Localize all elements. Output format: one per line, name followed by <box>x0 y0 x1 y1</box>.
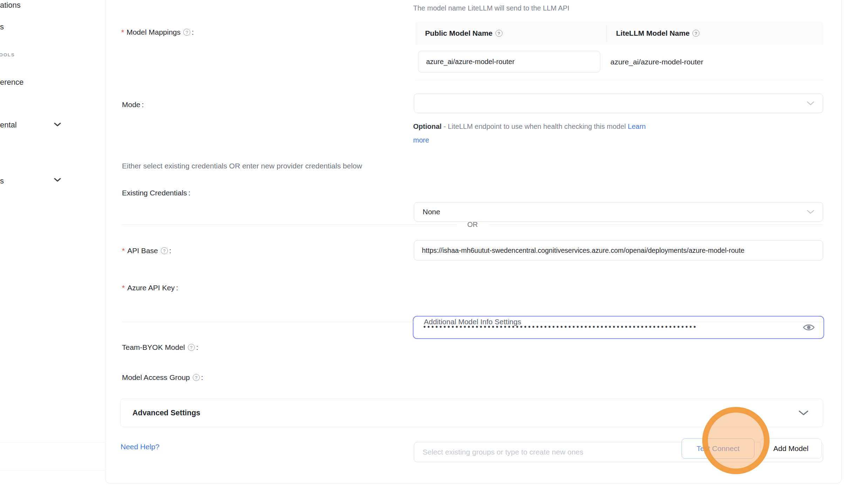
help-icon[interactable]: ? <box>495 30 503 37</box>
model-access-group-placeholder: Select existing groups or type to create… <box>423 448 583 456</box>
chevron-down-icon[interactable] <box>54 123 61 127</box>
api-base-cell <box>414 240 823 261</box>
existing-credentials-value: None <box>423 208 440 216</box>
sidebar-item-truncated-5[interactable]: s <box>0 176 4 186</box>
litellm-model-name-value: azure_ai/azure-model-router <box>610 58 703 66</box>
add-model-form-card: The model name LiteLLM will send to the … <box>105 0 842 484</box>
column-header-litellm-model-name: LiteLLM Model Name ? <box>606 22 823 45</box>
help-icon[interactable]: ? <box>188 344 195 351</box>
sidebar-section-tools: TOOLS <box>0 52 15 57</box>
select-arrow-icon <box>807 210 814 214</box>
sidebar-item-truncated-3[interactable]: erence <box>0 78 23 87</box>
learn-more-link[interactable]: more <box>413 136 429 144</box>
sidebar-item-truncated-2[interactable]: s <box>0 22 4 32</box>
add-model-button[interactable]: Add Model <box>760 438 822 459</box>
team-byok-label: Team-BYOK Model ? : <box>122 343 198 352</box>
additional-info-divider: Additional Model Info Settings <box>122 318 823 326</box>
select-arrow-icon <box>807 101 814 105</box>
public-model-name-cell <box>418 51 600 72</box>
sidebar-item-truncated-1[interactable]: ations <box>0 1 21 10</box>
help-icon[interactable]: ? <box>161 247 168 254</box>
existing-credentials-select[interactable]: None <box>414 202 823 222</box>
help-icon[interactable]: ? <box>183 29 190 36</box>
model-mappings-label: * Model Mappings ? : <box>121 28 194 36</box>
sidebar: ations s TOOLS erence ental s <box>0 0 105 485</box>
or-divider: OR <box>122 221 823 229</box>
help-icon[interactable]: ? <box>692 30 699 37</box>
required-asterisk: * <box>122 284 125 292</box>
sidebar-item-truncated-4[interactable]: ental <box>0 120 17 130</box>
learn-more-link[interactable]: Learn <box>628 123 646 130</box>
help-icon[interactable]: ? <box>193 374 200 381</box>
public-model-name-input[interactable] <box>418 51 600 72</box>
advanced-settings-title: Advanced Settings <box>132 409 798 417</box>
sidebar-divider <box>0 442 105 443</box>
required-asterisk: * <box>122 247 125 255</box>
test-connect-button[interactable]: Test Connect <box>682 438 754 459</box>
mode-label: Mode : <box>122 101 144 109</box>
azure-api-key-label: * Azure API Key : <box>122 284 178 292</box>
model-access-group-label: Model Access Group ? : <box>122 373 203 382</box>
mode-hint: Optional - LiteLLM endpoint to use when … <box>413 120 704 147</box>
credentials-note: Either select existing credentials OR en… <box>122 162 362 170</box>
api-base-input[interactable] <box>414 240 823 261</box>
add-model-page: ations s TOOLS erence ental s The model … <box>0 0 868 485</box>
required-asterisk: * <box>121 28 124 36</box>
chevron-down-icon[interactable] <box>54 178 61 182</box>
sidebar-divider <box>0 470 105 471</box>
mode-select[interactable] <box>414 93 823 113</box>
chevron-down-icon <box>798 410 809 416</box>
advanced-settings-panel[interactable]: Advanced Settings <box>120 399 823 427</box>
existing-credentials-label: Existing Credentials : <box>122 189 190 197</box>
api-base-label: * API Base ? : <box>122 247 171 255</box>
need-help-link[interactable]: Need Help? <box>121 443 159 451</box>
model-name-helper-text: The model name LiteLLM will send to the … <box>413 4 569 12</box>
model-mappings-table-header: Public Model Name ? LiteLLM Model Name ? <box>415 22 823 45</box>
table-row-divider <box>415 80 823 80</box>
column-header-public-model-name: Public Model Name ? <box>415 22 606 45</box>
